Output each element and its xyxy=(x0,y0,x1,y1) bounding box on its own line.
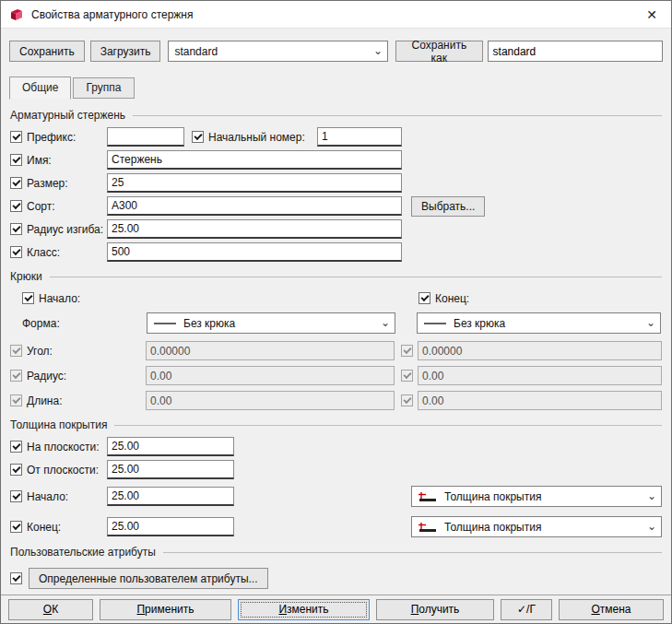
chevron-down-icon: ⌄ xyxy=(381,317,390,328)
hook-start-label: Начало: xyxy=(39,292,80,305)
tab-group[interactable]: Группа xyxy=(73,77,134,99)
grade-checkbox[interactable] xyxy=(10,200,22,212)
prefix-label: Префикс: xyxy=(27,131,107,144)
class-row: Класс: xyxy=(10,242,662,262)
save-as-input[interactable] xyxy=(488,41,663,62)
titlebar: Свойства арматурного стержня ✕ xyxy=(1,1,671,29)
chevron-down-icon: ⌄ xyxy=(647,521,656,532)
tab-bar: Общие Группа xyxy=(1,68,671,99)
cover-from-plane-row: От плоскости: xyxy=(10,460,662,479)
hook-shape-end-value: Без крюка xyxy=(454,317,505,330)
class-label: Класс: xyxy=(27,246,107,259)
hook-shape-label: Форма: xyxy=(22,317,147,330)
hooks-enable-row: Начало: Конец: xyxy=(10,288,662,308)
hook-shape-row: Форма: Без крюка ⌄ Без крюка ⌄ xyxy=(10,312,662,334)
hook-end-checkbox[interactable] xyxy=(419,292,430,304)
hook-length-start-checkbox xyxy=(10,394,22,406)
apply-button[interactable]: Применить xyxy=(100,599,231,620)
profile-select-value: standard xyxy=(174,45,218,58)
no-hook-icon xyxy=(153,319,177,328)
cover-end-checkbox[interactable] xyxy=(10,521,22,533)
hook-shape-select-end[interactable]: Без крюка ⌄ xyxy=(417,312,661,334)
cover-start-row: Начало: Толщина покрытия ⌄ xyxy=(10,486,662,507)
no-hook-icon xyxy=(423,319,447,328)
size-input[interactable] xyxy=(107,173,402,193)
name-input[interactable] xyxy=(107,150,402,170)
cover-end-type-select[interactable]: Толщина покрытия ⌄ xyxy=(411,516,662,537)
save-as-button[interactable]: Сохранить как xyxy=(395,41,482,62)
cover-start-type-select[interactable]: Толщина покрытия ⌄ xyxy=(411,486,662,507)
uda-group-caption: Пользовательские атрибуты xyxy=(10,544,662,560)
profile-select[interactable]: standard ⌄ xyxy=(168,41,388,62)
bend-radius-label: Радиус изгиба: xyxy=(27,223,107,236)
chevron-down-icon: ⌄ xyxy=(373,45,383,56)
bend-radius-checkbox[interactable] xyxy=(10,223,22,235)
rebar-group-caption: Арматурный стержень xyxy=(10,107,662,124)
ok-button[interactable]: ОК xyxy=(8,599,93,620)
cover-on-plane-checkbox[interactable] xyxy=(10,441,22,453)
modify-button[interactable]: Изменить xyxy=(238,599,370,620)
window-title: Свойства арматурного стержня xyxy=(31,8,194,21)
hook-shape-start-value: Без крюка xyxy=(183,317,235,330)
cover-thickness-icon xyxy=(418,522,438,533)
hook-start-checkbox[interactable] xyxy=(22,292,34,304)
toggle-switch-button[interactable]: ✓/Г xyxy=(501,599,552,620)
hook-angle-end-field: 0.00000 xyxy=(418,341,662,360)
chevron-down-icon: ⌄ xyxy=(647,490,656,501)
bend-radius-row: Радиус изгиба: xyxy=(10,219,662,239)
hooks-group-title: Крюки xyxy=(10,270,50,283)
hook-length-start-field: 0.00 xyxy=(146,391,395,410)
hook-radius-end-checkbox xyxy=(401,370,413,382)
uda-checkbox[interactable] xyxy=(10,572,22,584)
cover-start-checkbox[interactable] xyxy=(10,490,22,502)
prefix-input[interactable] xyxy=(107,127,184,147)
cover-from-plane-input[interactable] xyxy=(107,460,234,479)
cover-from-plane-checkbox[interactable] xyxy=(10,464,22,476)
hook-radius-label: Радиус: xyxy=(27,370,146,383)
hook-length-end-field: 0.00 xyxy=(418,391,662,410)
cover-start-label: Начало: xyxy=(27,490,107,503)
hook-length-end-checkbox xyxy=(401,394,413,406)
class-checkbox[interactable] xyxy=(10,246,22,258)
hook-radius-row: Радиус: 0.00 0.00 xyxy=(10,366,662,385)
tab-general[interactable]: Общие xyxy=(9,77,71,100)
cancel-button[interactable]: Отмена xyxy=(559,599,664,620)
cover-start-input[interactable] xyxy=(107,487,234,506)
cover-on-plane-input[interactable] xyxy=(107,437,234,456)
cover-group-title: Толщина покрытия xyxy=(10,418,114,431)
hook-shape-select-start[interactable]: Без крюка ⌄ xyxy=(147,312,395,334)
close-icon[interactable]: ✕ xyxy=(632,1,671,29)
chevron-down-icon: ⌄ xyxy=(646,317,655,328)
select-grade-button[interactable]: Выбрать... xyxy=(411,196,485,217)
rebar-properties-dialog: Свойства арматурного стержня ✕ Сохранить… xyxy=(0,0,672,624)
cover-end-input[interactable] xyxy=(107,517,234,536)
grade-input[interactable] xyxy=(107,196,402,216)
class-input[interactable] xyxy=(107,242,402,262)
cover-group-caption: Толщина покрытия xyxy=(10,417,662,433)
rebar-group-title: Арматурный стержень xyxy=(10,109,133,122)
load-button[interactable]: Загрузить xyxy=(90,41,161,62)
save-button[interactable]: Сохранить xyxy=(9,41,85,62)
size-checkbox[interactable] xyxy=(10,177,22,189)
uda-button[interactable]: Определенные пользователем атрибуты... xyxy=(29,568,268,589)
size-row: Размер: xyxy=(10,173,662,193)
start-number-input[interactable] xyxy=(317,127,402,147)
hook-angle-start-checkbox xyxy=(10,345,22,357)
tab-content: Арматурный стержень Префикс: Начальный н… xyxy=(1,99,671,595)
prefix-checkbox[interactable] xyxy=(10,131,22,143)
cover-thickness-icon xyxy=(418,491,438,502)
hook-angle-row: Угол: 0.00000 0.00000 xyxy=(10,341,662,360)
name-checkbox[interactable] xyxy=(10,154,22,166)
grade-label: Сорт: xyxy=(27,200,107,213)
grade-row: Сорт: Выбрать... xyxy=(10,196,662,216)
uda-row: Определенные пользователем атрибуты... xyxy=(10,568,662,589)
get-button[interactable]: Получить xyxy=(376,599,494,620)
name-row: Имя: xyxy=(10,150,662,170)
start-number-checkbox[interactable] xyxy=(192,131,204,143)
hook-radius-end-field: 0.00 xyxy=(418,366,662,385)
app-icon xyxy=(9,7,24,22)
hook-radius-start-field: 0.00 xyxy=(146,366,395,385)
cover-end-type-value: Толщина покрытия xyxy=(444,521,541,534)
cover-on-plane-label: На плоскости: xyxy=(27,441,107,453)
bend-radius-input[interactable] xyxy=(107,219,402,239)
